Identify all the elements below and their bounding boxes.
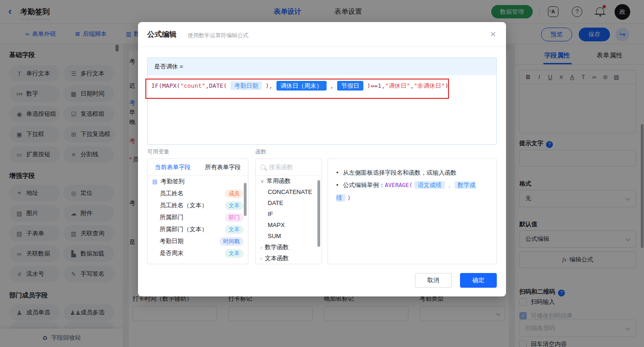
caret-right-icon: › xyxy=(260,256,262,261)
type-badge: 时间戳 xyxy=(219,237,243,246)
formula-expression[interactable]: IF(MAPX("count",DATE( 考勤日期 ), 调休日（周末） , … xyxy=(151,82,448,90)
tab-current-form-fields[interactable]: 当前表单字段 xyxy=(148,159,198,175)
caret-down-icon: ∨ xyxy=(260,178,264,184)
hint-line-1: •从左侧面板选择字段名和函数，或输入函数 xyxy=(336,166,488,179)
app-root: ‹ 考勤签到 表单设计 表单设置 数据管理 A ? 政 ∞表单外链 ⊠后端脚本 … xyxy=(0,0,644,347)
formula-code: )==1, xyxy=(367,82,385,89)
formula-code: IF(MAPX( xyxy=(151,82,180,89)
variable-item[interactable]: 是否周末文本 xyxy=(148,247,248,259)
function-item[interactable]: CONCATENATE xyxy=(256,187,322,198)
field-token[interactable]: 考勤日期 xyxy=(230,81,262,90)
variables-label: 可用变量 xyxy=(147,148,169,156)
field-token-selected[interactable]: 节假日 xyxy=(337,81,363,91)
variable-tree-root[interactable]: ▤考勤签到 xyxy=(148,176,248,188)
modal-title: 公式编辑 xyxy=(147,30,177,40)
bullet-icon: • xyxy=(336,169,339,176)
caret-right-icon: › xyxy=(260,245,262,250)
formula-editor-box[interactable]: 是否调休 = IF(MAPX("count",DATE( 考勤日期 ), 调休日… xyxy=(147,57,497,145)
variable-item[interactable]: 所属部门部门 xyxy=(148,211,248,223)
formula-target-field: 是否调休 = xyxy=(148,58,496,75)
functions-panel: ∨常用函数 CONCATENATE DATE IF MAPX SUM ›数学函数… xyxy=(255,159,322,264)
type-badge: 成员 xyxy=(225,189,243,198)
modal-header: 公式编辑 使用数学运算符编辑公式 × xyxy=(138,22,506,47)
function-search-input[interactable] xyxy=(269,164,315,171)
close-icon[interactable]: × xyxy=(490,28,496,40)
variables-panel: 当前表单字段 所有表单字段 ▤考勤签到 员工姓名成员 员工姓名（文本）文本 所属… xyxy=(147,159,248,264)
function-item[interactable]: IF xyxy=(256,209,322,220)
cancel-button[interactable]: 取消 xyxy=(415,273,452,288)
formula-code: ,DATE( xyxy=(205,82,227,89)
variables-tabs: 当前表单字段 所有表单字段 xyxy=(148,159,248,176)
formula-editor-modal: 公式编辑 使用数学运算符编辑公式 × 是否调休 = IF(MAPX("count… xyxy=(138,22,506,296)
field-token-selected[interactable]: 调休日（周末） xyxy=(276,81,327,91)
type-badge: 文本 xyxy=(225,225,243,234)
hint-line-2: •公式编辑举例：AVERAGE(语文成绩，数学成绩) xyxy=(336,179,488,204)
variable-item[interactable]: 员工姓名（文本）文本 xyxy=(148,199,248,211)
modal-subtitle: 使用数学运算符编辑公式 xyxy=(188,32,248,40)
hints-panel: •从左侧面板选择字段名和函数，或输入函数 •公式编辑举例：AVERAGE(语文成… xyxy=(328,159,497,264)
function-item[interactable]: DATE xyxy=(256,198,322,209)
variable-item[interactable]: 员工姓名成员 xyxy=(148,188,248,199)
functions-label: 函数 xyxy=(255,148,266,156)
confirm-button[interactable]: 确定 xyxy=(460,273,497,288)
formula-code: ), xyxy=(265,82,273,89)
variable-item[interactable]: 所属部门（文本）文本 xyxy=(148,223,248,235)
variables-scrollbar[interactable] xyxy=(244,183,247,216)
search-icon xyxy=(260,165,265,170)
formula-code: , xyxy=(330,82,334,89)
formula-string: "非调休日" xyxy=(414,82,445,89)
function-group-common[interactable]: ∨常用函数 xyxy=(256,176,322,187)
function-group-text[interactable]: ›文本函数 xyxy=(256,253,322,264)
bullet-icon: • xyxy=(336,182,339,188)
function-group-math[interactable]: ›数学函数 xyxy=(256,242,322,253)
form-doc-icon: ▤ xyxy=(152,178,157,185)
example-function: AVERAGE( xyxy=(385,182,413,188)
example-field-token: 语文成绩 xyxy=(414,181,445,189)
tab-all-form-fields[interactable]: 所有表单字段 xyxy=(198,159,248,175)
formula-string: "调休日" xyxy=(385,82,410,89)
formula-code: ) xyxy=(445,82,448,89)
type-badge: 文本 xyxy=(225,201,243,210)
formula-string: "count" xyxy=(180,82,206,89)
function-item[interactable]: SUM xyxy=(256,231,322,242)
function-item[interactable]: MAPX xyxy=(256,220,322,231)
type-badge: 文本 xyxy=(225,249,243,258)
variable-item[interactable]: 考勤日期时间戳 xyxy=(148,235,248,247)
function-search xyxy=(256,159,322,176)
type-badge: 部门 xyxy=(225,213,243,222)
functions-scrollbar[interactable] xyxy=(317,180,320,247)
